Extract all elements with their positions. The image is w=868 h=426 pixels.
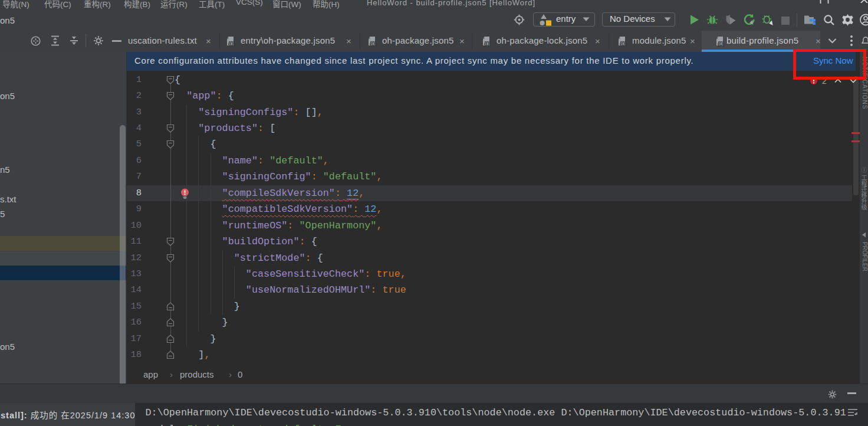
svg-text:{0}: {0}: [718, 40, 725, 47]
svg-text:{0}: {0}: [620, 40, 627, 47]
svg-text:{0}: {0}: [484, 40, 492, 47]
svg-text:{0}: {0}: [370, 40, 377, 47]
svg-text:{0}: {0}: [228, 40, 236, 47]
